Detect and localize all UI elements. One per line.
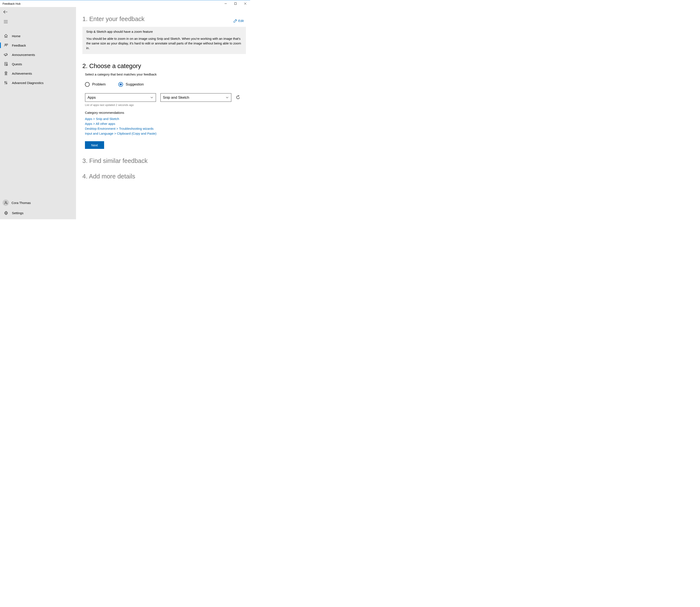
nav-label: Feedback: [12, 44, 26, 47]
chevron-down-icon: [151, 97, 153, 99]
pencil-icon: [234, 19, 237, 23]
user-name: Cora Thomas: [12, 201, 31, 205]
feedback-title: Snip & Sketch app should have a zoom fea…: [86, 30, 242, 34]
minimize-button[interactable]: [221, 0, 231, 7]
nav-item-announcements[interactable]: Announcements: [0, 50, 76, 59]
nav-item-settings[interactable]: Settings: [0, 208, 76, 218]
radio-problem[interactable]: Problem: [85, 82, 106, 87]
nav-item-feedback[interactable]: Feedback: [0, 41, 76, 50]
recommendation-link[interactable]: Apps > Snip and Sketch: [85, 117, 246, 121]
quests-icon: [4, 62, 8, 66]
back-button[interactable]: [0, 7, 76, 17]
refresh-button[interactable]: [236, 95, 241, 100]
nav-item-achievements[interactable]: Achievements: [0, 69, 76, 78]
back-arrow-icon: [3, 10, 8, 14]
nav-item-quests[interactable]: Quests: [0, 59, 76, 69]
nav-list: Home Feedback Announcements: [0, 31, 76, 87]
sidebar: Home Feedback Announcements: [0, 7, 76, 219]
step1-header: 1. Enter your feedback: [82, 16, 144, 23]
award-icon: [4, 71, 8, 76]
maximize-button[interactable]: [231, 0, 240, 7]
titlebar: Feedback Hub: [0, 0, 250, 7]
recommendations-title: Category recommendations: [82, 111, 246, 114]
megaphone-icon: [4, 53, 8, 57]
step2-subtitle: Select a category that best matches your…: [82, 72, 246, 76]
feedback-description: You should be able to zoom in on an imag…: [86, 36, 242, 50]
nav-item-advanced-diagnostics[interactable]: Advanced Diagnostics: [0, 78, 76, 87]
subcategory-select[interactable]: Snip and Sketch: [160, 93, 232, 102]
svg-point-1: [5, 44, 6, 45]
svg-point-4: [5, 71, 7, 74]
user-account-button[interactable]: Cora Thomas: [0, 197, 76, 208]
radio-suggestion[interactable]: Suggestion: [118, 82, 144, 87]
nav-label: Advanced Diagnostics: [12, 81, 43, 85]
next-button[interactable]: Next: [85, 141, 104, 149]
gear-icon: [4, 211, 8, 215]
svg-point-5: [5, 72, 6, 73]
settings-label: Settings: [12, 211, 23, 215]
feedback-type-radio-group: Problem Suggestion: [82, 82, 246, 87]
recommendations-list: Apps > Snip and Sketch Apps > All other …: [82, 117, 246, 135]
window-title: Feedback Hub: [3, 2, 21, 5]
recommendation-link[interactable]: Apps > All other apps: [85, 122, 246, 125]
category-select[interactable]: Apps: [85, 93, 156, 102]
nav-label: Home: [12, 34, 20, 38]
svg-point-7: [6, 83, 7, 84]
svg-point-9: [5, 212, 6, 213]
main-content: 1. Enter your feedback Edit Snip & Sketc…: [76, 7, 250, 219]
step2-header: 2. Choose a category: [82, 63, 246, 69]
select-value: Apps: [87, 96, 96, 100]
app-body: Home Feedback Announcements: [0, 7, 250, 219]
step3-header: 3. Find similar feedback: [82, 158, 246, 164]
diagnostics-icon: [4, 81, 8, 85]
nav-label: Achievements: [12, 72, 32, 75]
edit-button[interactable]: Edit: [234, 19, 246, 23]
feedback-summary-box: Snip & Sketch app should have a zoom fea…: [82, 27, 246, 54]
app-window: Feedback Hub: [0, 0, 250, 219]
window-controls: [221, 0, 250, 7]
edit-label: Edit: [238, 19, 244, 23]
list-updated-text: List of apps last updated 2 seconds ago: [82, 103, 246, 107]
step4-header: 4. Add more details: [82, 173, 246, 180]
hamburger-button[interactable]: [0, 17, 76, 26]
svg-rect-0: [235, 3, 237, 5]
svg-point-8: [5, 202, 6, 203]
select-value: Snip and Sketch: [163, 96, 189, 100]
avatar: [3, 200, 9, 206]
person-icon: [4, 201, 8, 205]
recommendation-link[interactable]: Desktop Environment > Troubleshooting wi…: [85, 127, 246, 130]
close-button[interactable]: [240, 0, 250, 7]
radio-label: Suggestion: [126, 82, 144, 87]
hamburger-icon: [4, 20, 8, 23]
radio-circle-icon: [85, 82, 89, 87]
refresh-icon: [236, 95, 241, 100]
nav-label: Quests: [12, 62, 22, 66]
radio-label: Problem: [92, 82, 106, 87]
nav-item-home[interactable]: Home: [0, 31, 76, 41]
svg-point-6: [5, 82, 5, 83]
radio-circle-checked-icon: [118, 82, 123, 87]
recommendation-link[interactable]: Input and Language > Clipboard (Copy and…: [85, 132, 246, 135]
feedback-icon: [4, 43, 8, 47]
home-icon: [4, 34, 8, 38]
chevron-down-icon: [226, 97, 228, 99]
nav-label: Announcements: [12, 53, 35, 57]
